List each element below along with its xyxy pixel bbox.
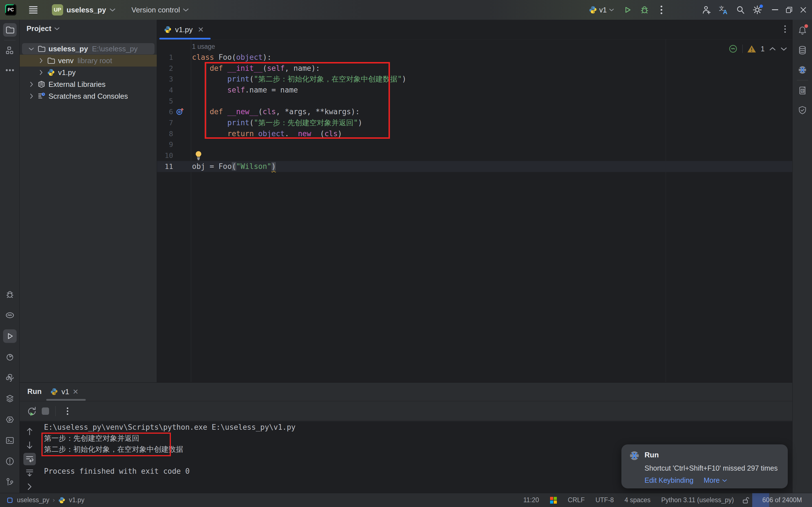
line-number: 10 [157,150,173,161]
tree-item-external-libraries[interactable]: External Libraries [20,78,157,90]
interpreter-selector[interactable]: Python 3.11 (useless_py) [656,493,739,507]
toolwindow-debug-button[interactable] [3,288,17,301]
rerun-button[interactable] [25,405,38,417]
documentation-button[interactable]: A [796,84,809,97]
lightbulb-icon[interactable] [195,151,202,160]
toolwindow-services-button[interactable] [3,413,17,426]
toolwindow-problems-button[interactable] [3,455,17,468]
memory-indicator[interactable]: 606 of 2400M [752,493,812,507]
toolwindow-python-console-button[interactable] [3,308,17,322]
run-tab-close-icon[interactable]: ✕ [72,388,78,396]
code-text: obj = Foo("Wilson") [192,161,276,172]
windows-defender-status[interactable] [544,493,563,507]
chevron-down-icon[interactable] [26,47,36,51]
main-menu-button[interactable] [27,4,40,16]
trusted-project-button[interactable] [796,104,809,117]
breadcrumb-file[interactable]: v1.py [69,496,84,504]
override-icon[interactable] [176,107,184,116]
tree-item-useless-py[interactable]: useless_pyE:\useless_py [20,43,157,55]
soft-wrap-button[interactable] [23,453,36,465]
code-line-5[interactable]: 5 [157,96,792,107]
code-line-10[interactable]: 10 [157,150,792,161]
toolbar-divider [55,406,56,416]
notification-popup[interactable]: Run Shortcut 'Ctrl+Shift+F10' missed 297… [622,444,788,488]
toolwindow-structure-button[interactable] [3,44,17,57]
tree-item-v1-py[interactable]: v1.py [20,66,157,78]
pycharm-window: PC UP useless_py Version control [0,0,812,507]
toolwindow-run-button[interactable] [3,329,17,343]
next-occurrence-button[interactable] [23,439,36,451]
line-ending-selector[interactable]: CRLF [563,493,590,507]
chevron-right-icon[interactable] [36,58,46,63]
caret-position[interactable]: 11:20 [518,493,544,507]
search-everywhere-button[interactable] [734,4,747,16]
run-more-options-button[interactable] [62,405,73,417]
code-line-7[interactable]: 7 print("第一步：先创建空对象并返回") [157,117,792,128]
edit-keybinding-link[interactable]: Edit Keybinding [644,476,694,485]
version-control-menu[interactable]: Version control [131,6,189,14]
debug-button[interactable] [638,4,651,16]
toolwindow-profiler-button[interactable] [3,350,17,364]
project-widget[interactable]: UP useless_py [52,4,116,15]
readonly-toggle[interactable] [739,493,752,507]
tree-item-venv[interactable]: venvlibrary root [20,55,157,66]
expand-console-toolbar-button[interactable] [23,481,36,493]
chevron-right-icon[interactable] [36,70,46,75]
prev-warning-chevron-icon[interactable] [769,47,776,51]
tree-item-scratches-and-consoles[interactable]: Scratches and Consoles [20,90,157,102]
key-promoter-button[interactable] [796,63,809,77]
tab-close-icon[interactable]: ✕ [198,26,204,33]
editor-tab-v1py[interactable]: v1.py ✕ [161,20,209,40]
code-line-11[interactable]: 11obj = Foo("Wilson") [157,161,792,172]
run-configuration-selector[interactable]: v1 [589,6,614,14]
project-panel-title: Project [26,24,51,33]
stripe-divider [797,80,808,80]
scroll-to-end-button[interactable] [23,467,36,479]
toolwindow-vcs-button[interactable] [3,475,17,489]
code-text: def __init__(self, name): [192,63,320,74]
run-tab-v1[interactable]: v1 ✕ [50,383,78,401]
encoding-selector[interactable]: UTF-8 [590,493,619,507]
chevron-right-icon[interactable] [26,93,36,99]
bug-icon [5,290,15,299]
breadcrumb-project[interactable]: useless_py [17,496,49,504]
usages-inlay-hint[interactable]: 1 usage [192,43,215,51]
more-toolwindows-button[interactable] [3,63,17,77]
restore-button[interactable] [782,3,796,17]
line-number: 9 [157,139,173,150]
code-editor[interactable]: 1 usage 1class Foo(object):2 def __init_… [157,40,792,382]
more-link[interactable]: More [704,476,727,485]
translate-button[interactable]: 文 A [717,4,730,16]
scroll-to-end-icon [25,469,34,477]
chevron-right-icon[interactable] [26,81,36,87]
code-line-3[interactable]: 3 print("第二步：初始化对象，在空对象中创建数据") [157,73,792,84]
project-panel-header[interactable]: Project [20,20,157,37]
left-toolwindow-stripe [0,20,20,493]
soft-wrap-icon [25,455,34,463]
more-actions-button[interactable] [655,4,668,16]
toolwindow-project-button[interactable] [3,23,17,37]
editor-options-button[interactable] [784,25,786,33]
run-button[interactable] [622,4,634,16]
inspection-widget[interactable]: 1 [728,44,787,54]
next-warning-chevron-icon[interactable] [780,47,787,51]
code-with-me-button[interactable] [700,4,713,16]
project-tree: useless_pyE:\useless_pyvenvlibrary rootv… [20,43,157,102]
code-line-4[interactable]: 4 self.name = name [157,84,792,96]
code-line-8[interactable]: 8 return object.__new__(cls) [157,128,792,139]
prev-occurrence-button[interactable] [23,425,36,437]
toolwindow-services-layers-button[interactable] [3,392,17,405]
toolwindow-terminal-button[interactable] [3,434,17,447]
code-line-9[interactable]: 9 [157,139,792,150]
settings-button[interactable] [751,4,763,16]
toolwindow-python-packages-button[interactable] [3,371,17,385]
code-line-2[interactable]: 2 def __init__(self, name): [157,63,792,74]
indent-selector[interactable]: 4 spaces [619,493,656,507]
minimize-button[interactable] [768,3,782,17]
stop-button[interactable] [42,407,49,415]
code-line-6[interactable]: 6 def __new__(cls, *args, **kwargs): [157,106,792,117]
database-button[interactable] [796,44,809,57]
notifications-button[interactable] [796,24,809,37]
close-button[interactable] [796,3,810,17]
code-line-1[interactable]: 1class Foo(object): [157,52,792,63]
